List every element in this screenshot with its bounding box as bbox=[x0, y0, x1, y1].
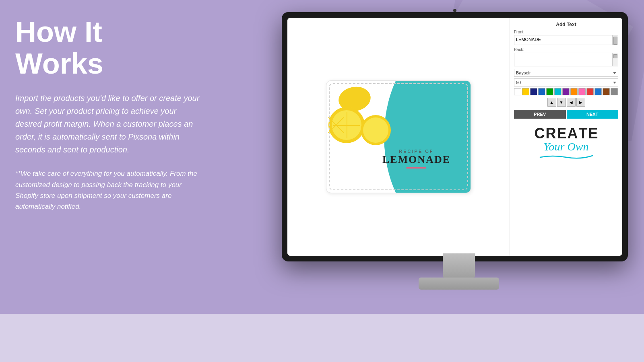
swatch-cyan[interactable] bbox=[554, 88, 561, 95]
lemonade-text: LEMONADE bbox=[382, 154, 450, 166]
screen-content: RECIPE OF LEMONADE Add Text Front: LEMON… bbox=[287, 18, 622, 256]
decorative-line bbox=[406, 167, 426, 169]
font-select-arrow bbox=[613, 72, 616, 74]
monitor-frame: RECIPE OF LEMONADE Add Text Front: LEMON… bbox=[282, 12, 628, 261]
swatch-red[interactable] bbox=[586, 88, 594, 95]
nav-buttons: PREV NEXT bbox=[514, 110, 618, 119]
lemon-inner-2 bbox=[363, 117, 388, 143]
size-select[interactable]: 50 bbox=[514, 78, 618, 86]
back-scrollbar bbox=[612, 53, 618, 66]
front-scrollbar bbox=[612, 35, 618, 45]
back-scroll-thumb bbox=[613, 54, 617, 58]
monitor-wrapper: RECIPE OF LEMONADE Add Text Front: LEMON… bbox=[282, 12, 636, 318]
teal-wave bbox=[384, 81, 471, 193]
swatch-gray[interactable] bbox=[611, 88, 618, 95]
swatch-brown[interactable] bbox=[603, 88, 610, 95]
front-input-wrapper[interactable]: LEMONADE bbox=[514, 35, 618, 45]
create-own-logo: C R E A T E Your Own bbox=[514, 125, 618, 160]
font-select[interactable]: Baysoir bbox=[514, 69, 618, 77]
size-value: 50 bbox=[516, 80, 613, 85]
size-select-arrow bbox=[613, 82, 616, 84]
editor-panel: Add Text Front: LEMONADE Back: bbox=[510, 18, 622, 256]
lemon-shape-2 bbox=[328, 107, 365, 143]
product-area: RECIPE OF LEMONADE bbox=[287, 18, 510, 256]
arrow-down-btn[interactable]: ▼ bbox=[557, 98, 566, 107]
back-input-wrapper[interactable] bbox=[514, 53, 618, 66]
your-own-text: Your Own bbox=[514, 140, 618, 153]
arrow-right-btn[interactable]: ▶ bbox=[576, 98, 585, 107]
note-text: **We take care of everything for you aut… bbox=[15, 168, 204, 212]
arrow-left-btn[interactable]: ◀ bbox=[567, 98, 576, 107]
arrow-buttons: ▲ ▼ ◀ ▶ bbox=[514, 98, 618, 107]
lemon-shape-3 bbox=[361, 115, 391, 145]
monitor-bezel: RECIPE OF LEMONADE Add Text Front: LEMON… bbox=[287, 18, 622, 256]
front-label: Front: bbox=[514, 30, 618, 34]
create-t: T bbox=[579, 125, 588, 142]
swatch-yellow[interactable] bbox=[522, 88, 529, 95]
prev-button[interactable]: PREV bbox=[514, 110, 566, 119]
color-swatches bbox=[514, 88, 618, 95]
create-text-row: C R E A T E bbox=[514, 125, 618, 142]
recipe-of-text: RECIPE OF bbox=[382, 149, 450, 154]
pouch-bg: RECIPE OF LEMONADE bbox=[326, 80, 471, 193]
bg-floor bbox=[0, 314, 644, 362]
font-value: Baysoir bbox=[516, 70, 613, 75]
product-mockup: RECIPE OF LEMONADE bbox=[326, 80, 471, 193]
swatch-purple[interactable] bbox=[562, 88, 570, 95]
lemon-inner-1 bbox=[332, 110, 361, 140]
create-e2: E bbox=[588, 125, 598, 142]
create-r: R bbox=[545, 125, 556, 142]
front-input[interactable]: LEMONADE bbox=[514, 35, 612, 45]
next-button[interactable]: NEXT bbox=[567, 110, 619, 119]
swatch-green[interactable] bbox=[546, 88, 553, 95]
pouch-text: RECIPE OF LEMONADE bbox=[382, 149, 450, 169]
swatch-white[interactable] bbox=[514, 88, 521, 95]
left-panel: How It Works Import the products you'd l… bbox=[15, 16, 204, 212]
swatch-bright-blue[interactable] bbox=[594, 88, 602, 95]
monitor-stand-base bbox=[419, 278, 499, 290]
swatch-blue[interactable] bbox=[538, 88, 545, 95]
page-title: How It Works bbox=[15, 16, 204, 80]
create-c: C bbox=[534, 125, 545, 142]
swatch-pink[interactable] bbox=[578, 88, 586, 95]
create-a: A bbox=[568, 125, 578, 142]
monitor-stand-neck bbox=[443, 253, 475, 278]
lemon-area bbox=[330, 85, 395, 149]
back-label: Back: bbox=[514, 47, 618, 52]
scroll-thumb bbox=[613, 37, 617, 45]
description-text: Import the products you'd like to offer … bbox=[15, 92, 204, 156]
arrow-up-btn[interactable]: ▲ bbox=[547, 98, 556, 107]
swatch-orange[interactable] bbox=[570, 88, 578, 95]
camera-dot bbox=[453, 9, 456, 12]
editor-title: Add Text bbox=[514, 22, 618, 27]
swatch-dark-blue[interactable] bbox=[530, 88, 537, 95]
back-input[interactable] bbox=[514, 53, 612, 66]
create-e1: E bbox=[557, 125, 566, 142]
swoosh-underline bbox=[514, 154, 618, 160]
